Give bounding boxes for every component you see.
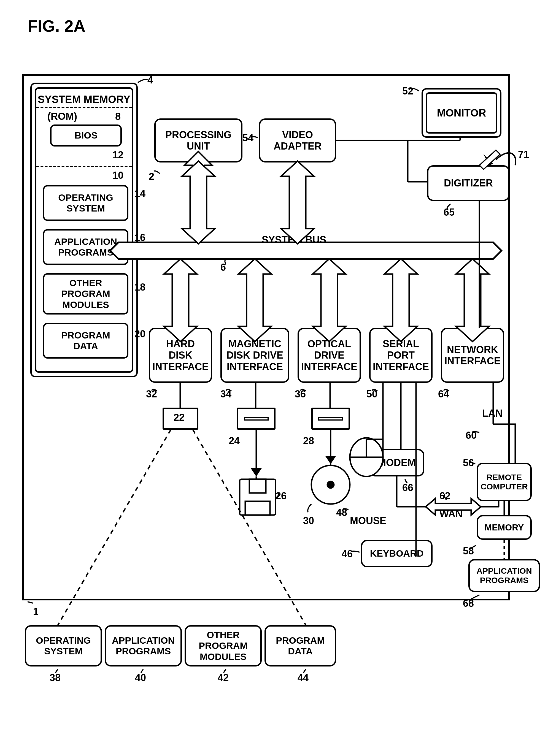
sm-apps-num: 16 <box>134 232 145 243</box>
network-if-num: 64 <box>438 388 449 400</box>
optical-drive-num: 28 <box>303 435 314 447</box>
optical-if-num: 36 <box>295 388 306 400</box>
sm-data-num: 20 <box>134 328 145 340</box>
sm-data: PROGRAM DATA <box>43 323 128 359</box>
modem: MODEM <box>369 449 424 476</box>
serial-if-num: 50 <box>367 388 378 400</box>
mouse-label: MOUSE <box>350 515 386 527</box>
remote-apps-num: 68 <box>463 598 474 609</box>
mag-disk-num: 26 <box>276 490 287 502</box>
wan-num: 62 <box>440 490 451 502</box>
remote-apps: APPLICATION PROGRAMS <box>468 559 540 592</box>
sysbus-num: 6 <box>220 262 226 273</box>
magnetic-disk-interface: MAGNETIC DISK DRIVE INTERFACE <box>220 328 289 383</box>
mag-disk-if-num: 34 <box>220 388 231 400</box>
bottom-mods: OTHER PROGRAM MODULES <box>184 625 262 666</box>
magnetic-drive-slot <box>237 408 276 430</box>
hard-disk-interface: HARD DISK INTERFACE <box>149 328 212 383</box>
hard-disk-if-num: 32 <box>146 388 157 400</box>
bios-num: 12 <box>112 149 123 161</box>
system-memory: SYSTEM MEMORY (ROM) 8 BIOS 12 10 OPERATI… <box>30 83 138 377</box>
figure-title: FIG. 2A <box>28 17 85 36</box>
lan-num: 60 <box>466 430 477 441</box>
hard-disk-num: 22 <box>173 412 184 423</box>
optical-drive-interface: OPTICAL DRIVE INTERFACE <box>298 328 361 383</box>
system-bus-label: SYSTEM BUS <box>262 234 326 246</box>
monitor-label: MONITOR <box>426 92 497 134</box>
sysmem-num: 4 <box>147 74 153 86</box>
bottom-data-num: 44 <box>298 672 309 684</box>
keyboard: KEYBOARD <box>361 540 433 567</box>
remote-memory-num: 58 <box>463 545 474 557</box>
bottom-data: PROGRAM DATA <box>264 625 336 666</box>
optical-disc-num: 30 <box>303 515 314 527</box>
bottom-os: OPERATING SYSTEM <box>25 625 102 666</box>
remote-memory: MEMORY <box>477 515 532 540</box>
rom-num: 8 <box>115 111 121 122</box>
bottom-apps-num: 40 <box>135 672 146 684</box>
sm-apps: APPLICATION PROGRAMS <box>43 229 128 265</box>
digitizer-num: 65 <box>444 207 455 218</box>
serial-port-interface: SERIAL PORT INTERFACE <box>369 328 433 383</box>
diagram-canvas: FIG. 2A SYSTEM MEMORY (ROM) 8 BIOS 12 10… <box>11 11 535 741</box>
bottom-os-num: 38 <box>50 672 61 684</box>
remote-computer: REMOTE COMPUTER <box>477 463 532 501</box>
ram-num: 10 <box>112 170 123 181</box>
processing-num: 2 <box>149 171 154 182</box>
rom-label: (ROM) <box>47 111 77 122</box>
optical-drive-slot <box>311 408 350 430</box>
wan-label: WAN <box>440 508 463 520</box>
remote-num: 56 <box>463 457 474 469</box>
bottom-apps: APPLICATION PROGRAMS <box>105 625 182 666</box>
pen-num: 71 <box>518 149 529 160</box>
sm-mods-num: 18 <box>134 281 145 293</box>
system-memory-title: SYSTEM MEMORY <box>36 94 132 105</box>
digitizer: DIGITIZER <box>427 165 510 201</box>
sm-os-num: 14 <box>134 188 145 199</box>
monitor: MONITOR <box>422 88 501 138</box>
monitor-num: 52 <box>402 85 413 97</box>
mouse-num: 48 <box>336 507 347 518</box>
keyboard-num: 46 <box>342 548 353 560</box>
mag-media-num: 24 <box>229 435 240 447</box>
modem-num: 66 <box>402 482 413 494</box>
bios-box: BIOS <box>50 124 122 147</box>
network-interface: NETWORK INTERFACE <box>441 328 504 383</box>
lan-label: LAN <box>482 408 503 419</box>
video-adapter-num: 54 <box>242 132 253 144</box>
bottom-mods-num: 42 <box>218 672 229 684</box>
video-adapter: VIDEO ADAPTER <box>259 118 336 162</box>
computer-num: 1 <box>33 606 39 617</box>
sm-os: OPERATING SYSTEM <box>43 185 128 221</box>
sm-mods: OTHER PROGRAM MODULES <box>43 273 128 315</box>
processing-unit: PROCESSING UNIT <box>154 118 242 162</box>
